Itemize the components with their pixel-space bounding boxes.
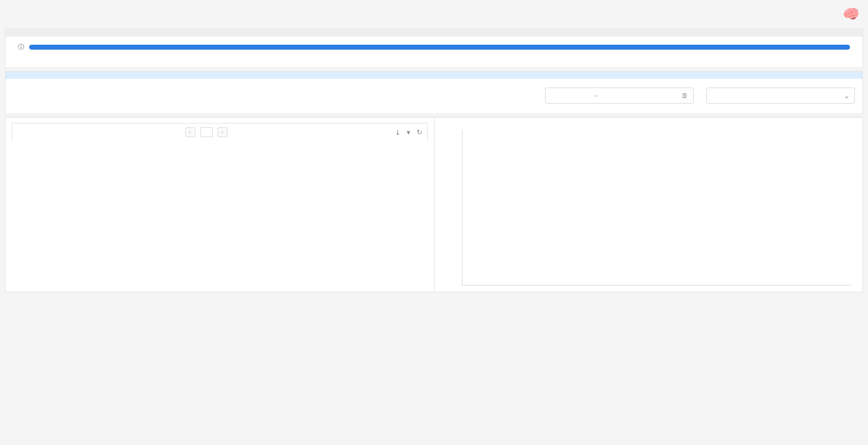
stat-total-cost xyxy=(13,85,178,90)
info-icon[interactable]: ⓘ xyxy=(18,43,24,52)
date-range-picker[interactable]: → 🗓 xyxy=(545,88,694,104)
download-icon[interactable]: ⤓ xyxy=(395,128,401,137)
panel-title-current-month xyxy=(6,29,862,37)
pager: ‹ › xyxy=(185,127,228,137)
stat-internal-cost xyxy=(368,85,533,90)
app-logo: 🧠 xyxy=(841,6,861,22)
progress-bar xyxy=(29,45,850,50)
right-card xyxy=(434,117,863,292)
pager-next[interactable]: › xyxy=(218,127,228,137)
chevron-down-icon: ⌄ xyxy=(844,92,849,100)
refresh-icon[interactable]: ↻ xyxy=(417,128,422,137)
stat-total-cogs xyxy=(190,85,355,90)
grouping-select[interactable]: ⌄ xyxy=(706,88,855,104)
panel-title-period xyxy=(6,71,862,79)
pager-page-input[interactable] xyxy=(200,127,213,137)
left-card: ‹ › ⤓ ▾ ↻ xyxy=(5,117,434,292)
progress-fill xyxy=(29,45,850,50)
current-month-panel: ⓘ xyxy=(5,29,863,68)
calendar-icon: 🗓 xyxy=(681,92,688,99)
period-panel: → 🗓 ⌄ xyxy=(5,71,863,114)
brain-icon: 🧠 xyxy=(841,6,858,22)
footer-status xyxy=(0,297,868,302)
filter-icon[interactable]: ▾ xyxy=(407,128,410,137)
bar-chart xyxy=(462,130,852,285)
pager-prev[interactable]: ‹ xyxy=(185,127,195,137)
